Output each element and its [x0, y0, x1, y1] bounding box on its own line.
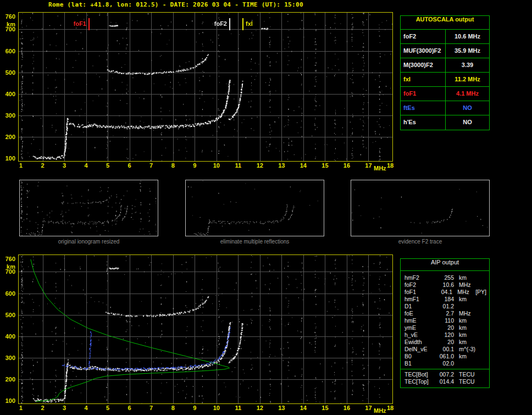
aip-row-name: D1	[404, 303, 434, 310]
bottom-x-tick-label: 13	[277, 405, 286, 411]
aip-row: ymE20km	[404, 324, 486, 331]
aip-row: foE2.7MHz	[404, 310, 486, 317]
thumb-evidence-f2-trace	[351, 180, 490, 236]
autoscala-row-value: 4.1 MHz	[446, 87, 489, 101]
aip-row-unit: km	[459, 317, 476, 324]
autoscala-row: fxI11.2 MHz	[401, 73, 489, 87]
aip-row: hmF1184km	[404, 296, 486, 303]
aip-row: Ewidth20km	[404, 339, 486, 346]
aip-tec-row: TEC[Bot]007.2TECU	[404, 371, 486, 378]
bottom-x-tick-label: 5	[103, 405, 112, 411]
aip-row-unit: km	[459, 331, 476, 339]
bottom-x-axis-unit: MHz	[374, 407, 386, 414]
bottom-x-tick-label: 7	[147, 405, 156, 411]
main-x-tick-label: 7	[147, 162, 156, 169]
marker-label-fxI: fxI	[246, 20, 253, 27]
autoscala-row-value: NO	[446, 101, 489, 115]
aip-row-name: hmF1	[404, 296, 434, 303]
autoscala-row: MUF(3000)F235.9 MHz	[401, 44, 489, 58]
main-x-tick-label: 15	[320, 162, 329, 169]
aip-row-value: 110	[434, 317, 454, 324]
main-y-tick-label: 400	[1, 91, 15, 97]
bottom-x-tick-label: 10	[212, 405, 221, 411]
autoscala-row: ftEsNO	[401, 101, 489, 115]
aip-row-value: 20	[434, 339, 454, 346]
aip-row: B0061.0km	[404, 353, 486, 360]
aip-row-name: h_vE	[404, 331, 434, 339]
bottom-x-tick-label: 15	[320, 405, 329, 411]
aip-row-value: 2.7	[434, 310, 454, 317]
aip-row-value: 02.0	[434, 360, 454, 367]
autoscala-output-table-title: AUTOSCALA output	[401, 16, 489, 30]
autoscala-row-label: M(3000)F2	[401, 58, 446, 72]
aip-tec-row-unit: TECU	[459, 378, 476, 385]
main-x-tick-label: 3	[60, 162, 69, 169]
aip-tec-row-name: TEC[Bot]	[404, 371, 434, 378]
bottom-x-tick-label: 6	[125, 405, 134, 411]
station-date-title: Rome (lat: +41.8, lon: 012.5) - DATE: 20…	[48, 1, 303, 8]
thumb-original-ionogram	[19, 180, 158, 236]
main-x-tick-label: 8	[169, 162, 178, 169]
bottom-x-tick-label: 18	[386, 405, 395, 411]
bottom-x-tick-label: 4	[82, 405, 91, 411]
aip-row-unit	[459, 303, 476, 310]
bottom-x-tick-label: 14	[299, 405, 308, 411]
aip-row-unit: km	[459, 274, 476, 281]
bottom-y-tick-label: 400	[1, 333, 15, 340]
aip-tec-row-value: 007.2	[434, 371, 454, 378]
thumb-original-ionogram-caption: original ionogram resized	[19, 239, 158, 245]
aip-row: foF210.6MHz	[404, 281, 486, 289]
aip-row: hmF2255km	[404, 274, 486, 281]
aip-row-unit: MHz	[459, 281, 476, 289]
aip-tec-separator	[401, 369, 489, 369]
main-y-tick-label: 300	[1, 112, 15, 119]
bottom-y-tick-label: 100	[1, 397, 15, 404]
aip-row-value: 120	[434, 331, 454, 339]
main-x-tick-label: 14	[299, 162, 308, 169]
autoscala-row-value: NO	[446, 115, 489, 130]
aip-row-value: 04.1	[433, 289, 452, 296]
profile-inversion-canvas	[19, 255, 392, 403]
autoscala-row: h'EsNO	[401, 115, 489, 130]
bottom-x-tick-label: 8	[169, 405, 178, 411]
aip-row: hmE110km	[404, 317, 486, 324]
aip-row-name: B0	[404, 353, 434, 360]
aip-row-value: 10.6	[434, 281, 454, 289]
aip-row: B102.0	[404, 360, 486, 367]
main-x-tick-label: 1	[16, 162, 25, 169]
aip-row-unit: km	[459, 296, 476, 303]
main-y-tick-label: 500	[1, 69, 15, 76]
main-y-tick-label: 760	[1, 13, 15, 20]
thumb-evidence-f2-trace-caption: evidence F2 trace	[351, 239, 490, 245]
main-x-axis-unit: MHz	[374, 165, 386, 171]
aip-row-value: 00.1	[434, 346, 454, 353]
aip-row-unit: MHz	[457, 289, 474, 296]
aip-row: D101.2	[404, 303, 486, 310]
aip-row-unit	[459, 360, 476, 367]
aip-output-table-title: AIP output	[401, 259, 489, 271]
main-x-tick-label: 16	[342, 162, 351, 169]
autoscala-row-label: foF2	[401, 30, 446, 43]
bottom-x-tick-label: 9	[190, 405, 199, 411]
autoscala-row: foF14.1 MHz	[401, 87, 489, 101]
bottom-x-tick-label: 12	[256, 405, 264, 411]
marker-line-foF2	[229, 18, 230, 30]
aip-row-name: foF1	[404, 289, 433, 296]
aip-row-value: 184	[434, 296, 454, 303]
ionogram-canvas	[19, 13, 392, 161]
bottom-x-tick-label: 3	[60, 405, 69, 411]
bottom-y-tick-label: 760	[1, 256, 15, 262]
main-x-tick-label: 11	[234, 162, 242, 169]
autoscala-row-label: MUF(3000)F2	[401, 44, 446, 58]
aip-output-table: AIP output hmF2255kmfoF210.6MHzfoF104.1M…	[400, 258, 490, 388]
aip-tec-row: TEC[Top]014.4TECU	[404, 378, 486, 385]
aip-row-name: DelN_vE	[404, 346, 434, 353]
aip-row-name: hmF2	[404, 274, 434, 281]
aip-row-name: hmE	[404, 317, 434, 324]
aip-row-unit: km	[459, 353, 476, 360]
main-y-tick-label: 100	[1, 155, 15, 162]
bottom-y-tick-label: 200	[1, 376, 15, 383]
thumb-eliminate-reflections-canvas	[186, 180, 324, 236]
autoscala-screen: Rome (lat: +41.8, lon: 012.5) - DATE: 20…	[0, 0, 532, 415]
bottom-x-tick-label: 2	[38, 405, 47, 411]
